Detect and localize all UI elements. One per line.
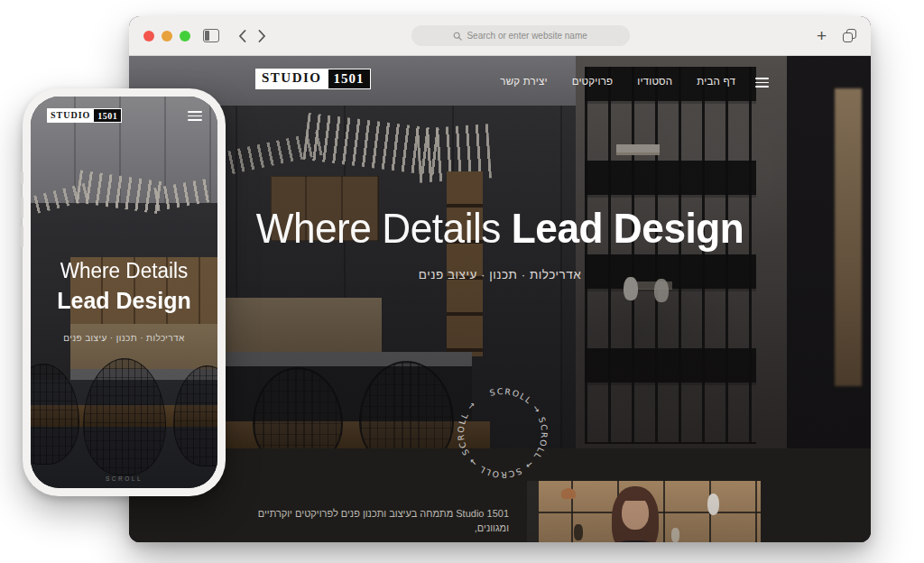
hero-subtitle: אדריכלות · תכנון · עיצוב פנים — [129, 268, 871, 282]
search-icon — [453, 32, 462, 41]
tab-overview-button[interactable] — [843, 29, 856, 42]
nav-links: דף הבית הסטודיו פרויקטים יצירת קשר — [500, 76, 735, 87]
mobile-title-light: Where Details — [34, 257, 214, 286]
phone-side-button — [21, 171, 23, 184]
website-viewport: STUDIO 1501 דף הבית הסטודיו פרויקטים יצי… — [129, 56, 871, 542]
browser-window: Search or enter website name + — [129, 16, 871, 542]
forward-button[interactable] — [252, 26, 272, 46]
nav-item-home[interactable]: דף הבית — [697, 76, 735, 87]
site-navbar: STUDIO 1501 דף הבית הסטודיו פרויקטים יצי… — [129, 56, 871, 110]
window-controls — [143, 31, 190, 42]
phone-volume-button — [21, 226, 23, 247]
mobile-logo-text-number: 1501 — [94, 108, 122, 123]
mobile-title-bold: Lead Design — [34, 286, 214, 317]
phone-screen: STUDIO 1501 Where Details Lead Design אד… — [31, 97, 217, 488]
hero-title-bold: Lead Design — [512, 204, 744, 252]
photo-shade-overlay — [527, 481, 761, 542]
mobile-site-logo[interactable]: STUDIO 1501 — [47, 108, 122, 123]
nav-item-studio[interactable]: הסטודיו — [637, 76, 672, 87]
logo-text-studio: STUDIO — [255, 69, 328, 89]
about-paragraph: Studio 1501 מתמחה בעיצוב ותכנון פנים לפר… — [229, 506, 509, 542]
search-placeholder-text: Search or enter website name — [467, 31, 587, 41]
mobile-hero-subtitle: אדריכלות · תכנון · עיצוב פנים — [31, 333, 217, 343]
hero-title: Where Details Lead Design — [152, 203, 849, 254]
chevron-right-icon — [258, 30, 266, 42]
site-logo[interactable]: STUDIO 1501 — [255, 69, 371, 89]
mobile-hero-title: Where Details Lead Design — [34, 257, 214, 317]
minimize-window-button[interactable] — [162, 31, 172, 42]
address-search-bar[interactable]: Search or enter website name — [411, 25, 630, 46]
chrome-right-icons: + — [817, 27, 856, 44]
founder-photo — [527, 481, 761, 542]
nav-item-projects[interactable]: פרויקטים — [572, 76, 614, 87]
new-tab-button[interactable]: + — [817, 27, 827, 44]
mobile-hamburger-menu-icon[interactable] — [188, 111, 202, 121]
mobile-logo-text-studio: STUDIO — [47, 108, 94, 123]
logo-text-number: 1501 — [328, 69, 371, 89]
nav-item-contact[interactable]: יצירת קשר — [500, 76, 547, 87]
sidebar-toggle-icon[interactable] — [203, 29, 219, 42]
phone-mockup: STUDIO 1501 Where Details Lead Design אד… — [23, 88, 226, 496]
hamburger-menu-icon[interactable] — [755, 78, 769, 88]
mobile-scroll-label: SCROLL — [31, 475, 217, 482]
mobile-header: STUDIO 1501 — [31, 97, 217, 133]
back-button[interactable] — [232, 26, 252, 46]
close-window-button[interactable] — [143, 31, 154, 42]
hero-title-light: Where Details — [256, 204, 501, 252]
about-line-1: Studio 1501 מתמחה בעיצוב ותכנון פנים לפר… — [229, 506, 509, 535]
about-line-2: הכוללים בתים פרטיים, משרדים, מסעדות שף, … — [229, 540, 509, 542]
zoom-window-button[interactable] — [180, 31, 190, 42]
browser-chrome-bar: Search or enter website name + — [129, 16, 871, 56]
stage: Search or enter website name + — [0, 0, 924, 563]
phone-volume-button — [21, 197, 23, 218]
chevron-left-icon — [238, 30, 246, 42]
